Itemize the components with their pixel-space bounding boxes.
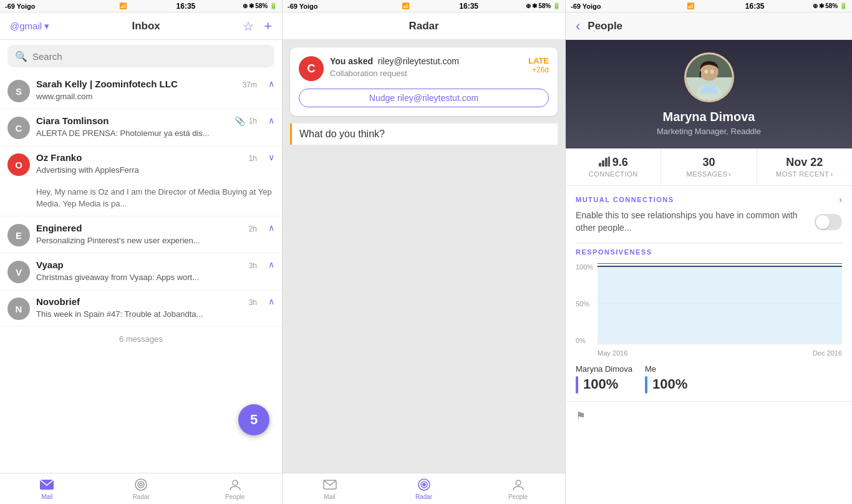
nav-item-people[interactable]: People <box>188 475 282 503</box>
search-icon: 🔍 <box>15 51 27 62</box>
email-time: 37m <box>243 80 257 89</box>
radar-body <box>283 145 565 473</box>
gmail-panel: -69 Yoigo 📶 16:35 ⊕ ✱ 58% 🔋 @gmail ▾ Inb… <box>0 0 283 504</box>
radar-panel: -69 Yoigo 📶 16:35 ⊕ ✱ 58% 🔋 Radar C You … <box>283 0 566 504</box>
email-subject: Personalizing Pinterest's new user exper… <box>36 236 200 245</box>
table-row[interactable]: S Sarah Kelly | Zoominfotech LLC 37m www… <box>0 72 282 109</box>
resp-person-maryna: Maryna Dimova 100% <box>576 364 632 394</box>
chevron-up-icon[interactable]: ∧ <box>268 79 274 89</box>
nav-item-radar-active[interactable]: Radar <box>377 475 471 503</box>
radar-icon <box>133 477 148 492</box>
svg-rect-19 <box>605 158 608 167</box>
chart-y-0: 0% <box>576 337 598 344</box>
battery-icon: 58% 🔋 <box>255 2 277 9</box>
bluetooth-icon: ✱ <box>819 2 824 9</box>
email-subject: Advertising with ApplesFerra <box>36 165 139 175</box>
chart-y-labels: 100% 50% 0% <box>576 263 598 344</box>
people-status-bar: -69 Yoigo 📶 16:35 ⊕ ✱ 58% 🔋 <box>566 0 852 12</box>
radar-header: Radar <box>283 12 565 40</box>
chevron-down-icon: ▾ <box>44 21 49 32</box>
compose-icon[interactable]: + <box>264 18 272 34</box>
bluetooth-icon: ✱ <box>532 2 537 9</box>
nav-item-people[interactable]: People <box>471 475 565 503</box>
nav-people-label: People <box>225 493 244 500</box>
chevron-down-icon[interactable]: ∨ <box>268 152 274 162</box>
nudge-button[interactable]: Nudge riley@rileytestut.com <box>299 89 549 107</box>
radar-status-badge: LATE +26d <box>528 56 549 74</box>
flag-icon: ⚑ <box>576 410 586 422</box>
radar-question: What do you think? <box>290 124 558 145</box>
table-row[interactable]: C Ciara Tomlinson 📎 1h ALERTA DE PRENSA:… <box>0 109 282 146</box>
email-content: Enginered 2h Personalizing Pinterest's n… <box>36 223 257 246</box>
svg-point-16 <box>710 70 714 74</box>
gmail-inbox-title: Inbox <box>132 20 160 32</box>
gmail-search-bar[interactable]: 🔍 <box>7 45 274 67</box>
flag-section[interactable]: ⚑ <box>566 401 852 430</box>
stat-messages[interactable]: 30 MESSAGES › <box>661 148 757 185</box>
nav-item-radar[interactable]: Radar <box>94 475 188 503</box>
chevron-up-icon[interactable]: ∧ <box>268 115 274 125</box>
svg-rect-18 <box>602 160 604 167</box>
stat-recent-label: MOST RECENT › <box>776 170 833 178</box>
email-sender: Enginered <box>36 223 82 233</box>
nav-item-mail[interactable]: Mail <box>0 475 94 503</box>
nav-item-mail[interactable]: Mail <box>283 475 377 503</box>
late-badge: LATE <box>528 56 549 65</box>
responsiveness-title: RESPONSIVENESS <box>576 243 842 256</box>
days-badge: +26d <box>532 65 549 74</box>
email-time: 3h <box>249 298 257 307</box>
chevron-right-icon: › <box>830 170 833 178</box>
wifi-icon: 📶 <box>687 2 694 9</box>
people-icon <box>511 477 526 492</box>
stat-connection[interactable]: 9.6 CONNECTION <box>566 148 661 185</box>
mutual-connections-header[interactable]: MUTUAL CONNECTIONS › <box>566 186 852 210</box>
chevron-up-icon[interactable]: ∧ <box>268 296 274 306</box>
back-button[interactable]: ‹ <box>576 18 580 34</box>
radar-collab-type: Collaboration request <box>330 69 407 78</box>
table-row[interactable]: O Oz Franko 1h Advertising with ApplesFe… <box>0 146 282 216</box>
chevron-up-icon[interactable]: ∧ <box>268 223 274 233</box>
people-header: ‹ People <box>566 12 852 40</box>
nav-mail-label: Mail <box>41 493 52 500</box>
gmail-header: @gmail ▾ Inbox ☆ + <box>0 12 282 40</box>
chevron-up-icon[interactable]: ∧ <box>268 259 274 269</box>
mutual-connections-toggle[interactable] <box>815 214 842 230</box>
profile-name: Maryna Dimova <box>663 110 755 124</box>
stat-recent-value: Nov 22 <box>786 156 823 169</box>
table-row[interactable]: E Enginered 2h Personalizing Pinterest's… <box>0 216 282 253</box>
avatar: V <box>7 261 30 283</box>
email-subject: www.gmail.com <box>36 92 92 101</box>
star-icon[interactable]: ☆ <box>243 19 254 34</box>
table-row[interactable]: N Novobrief 3h This week in Spain #47: T… <box>0 290 282 327</box>
people-icon <box>228 477 243 492</box>
people-panel: -69 Yoigo 📶 16:35 ⊕ ✱ 58% 🔋 ‹ People <box>566 0 852 504</box>
fab-button[interactable]: 5 <box>238 404 269 435</box>
email-subject: This week in Spain #47: Trouble at Joban… <box>36 309 203 319</box>
email-time: 1h <box>249 117 257 125</box>
people-title: People <box>588 20 622 32</box>
avatar: C <box>7 117 30 139</box>
mail-icon <box>322 477 337 492</box>
email-sender: Novobrief <box>36 296 80 307</box>
email-content: Sarah Kelly | Zoominfotech LLC 37m www.g… <box>36 79 257 102</box>
avatar: E <box>7 224 30 246</box>
fab-number: 5 <box>250 412 258 428</box>
bar-chart-icon <box>599 157 610 169</box>
chevron-right-icon: › <box>839 195 842 205</box>
email-content: Oz Franko 1h Advertising with ApplesFerr… <box>36 152 257 175</box>
gmail-time: 16:35 <box>129 2 243 11</box>
svg-point-3 <box>140 483 142 486</box>
svg-point-1 <box>135 479 147 490</box>
email-sender: Vyaap <box>36 259 64 270</box>
table-row[interactable]: V Vyaap 3h Christmas giveaway from Vyaap… <box>0 253 282 290</box>
email-time: 3h <box>249 261 257 270</box>
stat-most-recent[interactable]: Nov 22 MOST RECENT › <box>757 148 852 185</box>
gmail-account[interactable]: @gmail ▾ <box>10 21 49 32</box>
radar-asked: You asked riley@rileytestut.com <box>330 56 522 66</box>
chevron-right-icon: › <box>729 170 731 178</box>
search-input[interactable] <box>32 51 267 62</box>
stat-messages-value: 30 <box>702 156 715 169</box>
avatar: N <box>7 298 30 320</box>
chart-date-start: May 2016 <box>598 349 627 357</box>
wifi-icon: 📶 <box>119 2 127 9</box>
